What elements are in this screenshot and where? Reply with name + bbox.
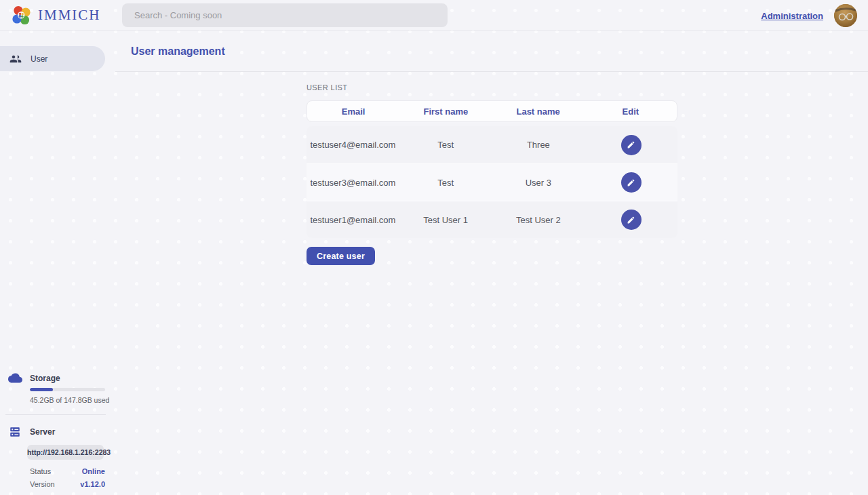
column-header-last-name: Last name: [492, 106, 585, 117]
table-row: testuser4@email.com Test Three: [307, 126, 677, 163]
administration-link[interactable]: Administration: [761, 11, 823, 21]
sidebar: User Storage 45.2GB of 147.8GB used: [0, 32, 115, 495]
cell-last-name: Three: [492, 140, 585, 150]
column-header-email: Email: [307, 106, 399, 117]
version-value: v1.12.0: [80, 480, 105, 488]
top-bar: IMMICH Administration: [0, 0, 868, 31]
column-header-edit: Edit: [585, 106, 677, 117]
app-logo[interactable]: IMMICH: [11, 5, 101, 26]
storage-progress-fill: [30, 388, 53, 391]
storage-title: Storage: [30, 374, 60, 383]
cell-email: testuser1@email.com: [307, 215, 399, 225]
cell-last-name: Test User 2: [492, 215, 585, 225]
cell-email: testuser4@email.com: [307, 140, 399, 150]
status-value: Online: [82, 467, 105, 475]
sidebar-item-user[interactable]: User: [0, 46, 105, 71]
sidebar-item-label: User: [31, 54, 47, 64]
server-icon: [0, 426, 30, 438]
server-url: http://192.168.1.216:2283: [27, 445, 104, 460]
cloud-icon: [0, 373, 30, 383]
page-title-bar: User management: [115, 32, 868, 72]
pencil-icon: [627, 216, 635, 224]
server-section-header: Server: [0, 426, 115, 438]
user-avatar[interactable]: [834, 4, 857, 27]
sidebar-status-panel: Storage 45.2GB of 147.8GB used Server ht…: [0, 373, 115, 488]
cell-first-name: Test: [399, 140, 492, 150]
cell-last-name: User 3: [492, 178, 585, 188]
pencil-icon: [627, 140, 635, 149]
edit-user-button[interactable]: [621, 172, 642, 193]
table-row: testuser3@email.com Test User 3: [307, 163, 677, 201]
server-status-row: Status Online: [30, 467, 105, 475]
table-header-row: Email First name Last name Edit: [307, 100, 677, 122]
cell-first-name: Test: [399, 178, 492, 188]
version-label: Version: [30, 480, 55, 488]
pencil-icon: [627, 178, 635, 187]
column-header-first-name: First name: [399, 106, 492, 117]
immich-flower-icon: [11, 5, 33, 26]
storage-usage-text: 45.2GB of 147.8GB used: [30, 396, 115, 404]
table-row: testuser1@email.com Test User 1 Test Use…: [307, 201, 677, 238]
user-table: testuser4@email.com Test Three testuser3…: [307, 126, 677, 238]
edit-user-button[interactable]: [621, 210, 642, 230]
cell-email: testuser3@email.com: [307, 178, 399, 188]
server-title: Server: [30, 427, 55, 437]
storage-section-header: Storage: [0, 373, 115, 383]
search-input[interactable]: [122, 3, 448, 27]
app-name: IMMICH: [38, 7, 101, 24]
server-version-row: Version v1.12.0: [30, 480, 105, 488]
sidebar-divider: [5, 414, 106, 415]
cell-first-name: Test User 1: [399, 215, 492, 225]
storage-progress-bar: [30, 388, 105, 391]
section-label: USER LIST: [307, 83, 677, 92]
page-title: User management: [131, 45, 225, 58]
create-user-button[interactable]: Create user: [307, 247, 375, 265]
status-label: Status: [30, 467, 51, 475]
edit-user-button[interactable]: [621, 135, 642, 155]
users-icon: [9, 53, 22, 65]
main-area: User management USER LIST Email First na…: [115, 32, 868, 495]
user-list-section: USER LIST Email First name Last name Edi…: [307, 83, 677, 265]
